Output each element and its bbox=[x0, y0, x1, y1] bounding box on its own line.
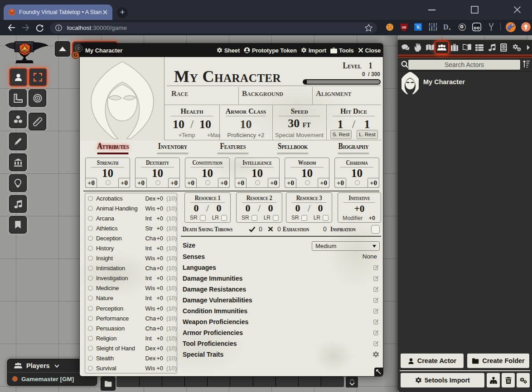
svg-text:D: D bbox=[443, 23, 449, 31]
svg-text:U0: U0 bbox=[402, 25, 406, 29]
svg-text:S: S bbox=[416, 24, 419, 30]
